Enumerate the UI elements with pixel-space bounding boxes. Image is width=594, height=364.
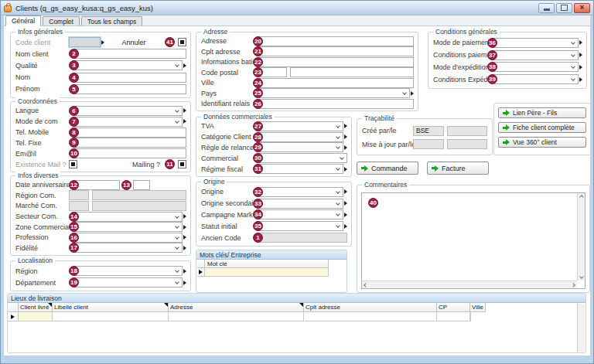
form-row: Tel. Mobile8 [15,128,186,138]
step-badge: 32 [253,187,263,197]
column-header[interactable]: Mot clé [205,260,329,268]
column-header[interactable]: CP [437,303,470,312]
dropdown[interactable] [258,153,347,163]
group-title: Origine [201,178,227,185]
dropdown[interactable] [73,243,183,253]
text-input[interactable] [73,84,186,94]
column-header[interactable]: Adresse [169,303,304,312]
title-bar[interactable]: Clients (q_gs_easy_kusa:q_gs_easy_kus) [1,1,593,15]
lien-pere-fils-button[interactable]: Lien Père - Fils [498,107,586,118]
facture-button[interactable]: Facture [427,162,489,175]
column-header[interactable]: Libellé client [53,303,169,312]
checkbox[interactable] [69,160,77,168]
text-input[interactable] [73,73,186,83]
dropdown[interactable] [492,50,579,60]
field-marker-icon [183,225,186,230]
dropdown[interactable] [73,60,183,70]
field-label: Code client [15,39,69,46]
text-input[interactable] [258,78,414,88]
checkbox[interactable] [178,160,186,168]
dropdown[interactable] [73,212,183,222]
table-cell[interactable] [205,268,329,277]
tab-general[interactable]: Général [5,15,41,26]
checkbox[interactable] [178,38,186,46]
dropdown[interactable] [73,233,183,243]
field-label: Département [15,279,69,287]
table-cell[interactable] [53,312,169,321]
tab-bar: Général Complet Tous les champs [4,15,590,26]
form-row: Marché Com. [15,201,186,211]
dropdown[interactable] [73,266,183,276]
step-badge: 16 [69,233,79,243]
dropdown[interactable] [258,199,343,209]
field-label: Existence Mail ? [15,161,69,168]
text-input[interactable] [73,49,186,59]
dropdown[interactable] [258,221,343,231]
button-label: Fiche client complète [513,124,575,131]
fiche-client-complete-button[interactable]: Fiche client complète [498,122,586,133]
table-cell[interactable] [437,312,470,321]
text-input[interactable] [73,128,186,138]
tab-complet[interactable]: Complet [43,16,80,26]
step-badge: 41 [165,37,175,47]
step-badge: 4 [69,73,79,83]
dropdown[interactable] [492,74,579,84]
step-badge: 28 [253,132,263,142]
form-row: Qualité3 [15,60,186,70]
text-input[interactable] [73,148,186,158]
comments-textarea[interactable]: 40 [361,192,585,289]
date-input[interactable] [73,180,120,190]
dropdown[interactable] [73,277,183,287]
date-input-small[interactable] [133,180,150,190]
text-input[interactable] [258,57,414,67]
vue-360-client-button[interactable]: Vue 360° client [498,137,586,148]
table-cell[interactable] [19,312,53,321]
text-input[interactable] [258,99,414,109]
text-input[interactable] [73,138,186,148]
dropdown[interactable] [73,106,183,116]
horizontal-scrollbar[interactable] [362,281,577,288]
dropdown[interactable] [73,222,183,232]
dropdown[interactable] [258,88,410,98]
tab-tous-les-champs[interactable]: Tous les champs [81,16,142,26]
column-header[interactable]: Cplt adresse [304,303,437,312]
column-header[interactable]: Client livré [19,303,53,312]
dropdown[interactable] [492,38,579,48]
maximize-button[interactable] [556,3,572,13]
form-row: TVA27 [201,121,347,131]
text-input-disabled [69,190,89,200]
chevron-down-icon [336,213,340,217]
column-header[interactable]: Ville [470,303,486,312]
dropdown[interactable] [258,142,343,152]
dropdown[interactable] [258,209,343,219]
step-badge: 19 [69,277,79,287]
dropdown[interactable] [492,62,579,72]
field-marker-icon [579,53,582,57]
dropdown[interactable] [258,121,343,131]
table-cell[interactable] [169,312,304,321]
annuler-button[interactable]: Annuler [121,39,145,46]
field-marker-icon [579,77,582,82]
close-button[interactable] [574,3,590,13]
form-row: Conditions paiement37 [433,50,582,60]
dropdown[interactable] [258,132,343,142]
table-vertical-scrollbar[interactable] [577,304,585,352]
text-input[interactable] [290,67,414,77]
scroll-right-icon [571,283,575,287]
green-arrow-icon [361,165,368,172]
table-cell[interactable] [470,312,471,321]
vertical-scrollbar[interactable] [577,193,585,281]
dropdown[interactable] [258,164,343,174]
commande-button[interactable]: Commande [357,162,418,175]
table-cell[interactable] [304,312,437,321]
step-badge: 40 [368,198,378,208]
text-input[interactable] [258,36,414,46]
code-client-input[interactable] [69,37,101,47]
dropdown[interactable] [258,187,343,197]
minimize-button[interactable] [538,3,555,13]
step-badge: 25 [253,88,263,98]
dropdown[interactable] [73,117,183,127]
form-row: Statut initial35 [201,221,347,231]
row-marker-icon [11,315,15,319]
text-input[interactable] [258,46,414,56]
